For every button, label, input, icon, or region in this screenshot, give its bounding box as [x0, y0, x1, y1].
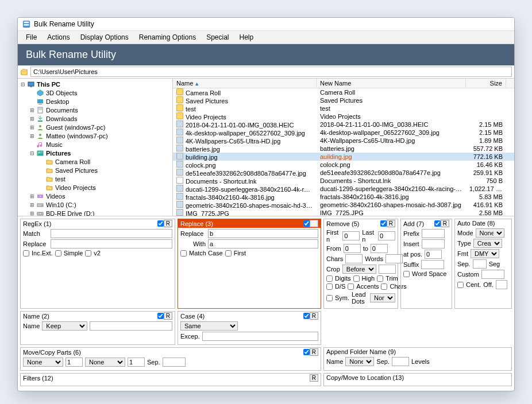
remove-trim-check[interactable] — [377, 275, 383, 282]
replace-with-input[interactable] — [208, 239, 318, 248]
autodate-custom-input[interactable] — [481, 270, 504, 279]
replace-matchcase-check[interactable] — [180, 250, 187, 257]
path-input[interactable] — [30, 67, 512, 77]
tree-item[interactable]: Music — [18, 140, 172, 149]
add-suffix-input[interactable] — [421, 260, 444, 269]
add-enable-check[interactable] — [434, 220, 441, 227]
appendfolder-sep-input[interactable] — [392, 357, 409, 366]
remove-reset-button[interactable]: R — [387, 220, 395, 227]
add-wordspace-check[interactable] — [403, 271, 410, 277]
tree-item[interactable]: ⊞Videos — [18, 192, 172, 200]
appendfolder-name-select[interactable]: None — [345, 357, 374, 366]
movecopy-sep-input[interactable] — [163, 358, 186, 367]
file-list[interactable]: Name▲ New Name Size Camera RollCamera Ro… — [173, 79, 514, 216]
regex-simple-check[interactable] — [55, 250, 61, 257]
regex-enable-check[interactable] — [157, 220, 164, 227]
case-reset-button[interactable]: R — [310, 312, 318, 320]
remove-leaddots-select[interactable]: None — [370, 293, 395, 302]
remove-chars2-check[interactable] — [381, 283, 387, 290]
add-insert-input[interactable] — [422, 239, 445, 248]
file-row[interactable]: fractals-3840x2160-4k-3816.jpgfractals-3… — [173, 193, 514, 201]
remove-sym-check[interactable] — [326, 295, 333, 301]
col-header-name[interactable]: Name▲ — [173, 79, 317, 88]
tree-item[interactable]: ⊞Win10 (C:) — [18, 200, 172, 209]
up-folder-icon[interactable] — [20, 68, 28, 76]
file-row[interactable]: 4k-desktop-wallpaper_065227602_309.jpg4k… — [173, 129, 514, 137]
replace-enable-check[interactable] — [303, 220, 310, 227]
replace-reset-button[interactable]: R — [310, 220, 318, 227]
autodate-sep-input[interactable] — [473, 259, 487, 269]
menu-file[interactable]: File — [21, 32, 41, 42]
tree-item[interactable]: Saved Pictures — [18, 166, 172, 174]
file-row[interactable]: Video ProjectsVideo Projects — [173, 112, 514, 121]
file-row[interactable]: building.jpgauilding.jpg772.16 KB — [173, 153, 514, 161]
case-mode-select[interactable]: Same — [180, 321, 238, 331]
tree-expander-icon[interactable]: ⊞ — [29, 202, 35, 208]
case-excep-input[interactable] — [202, 332, 318, 341]
col-header-size[interactable]: Size — [466, 79, 506, 88]
tree-expander-icon[interactable]: ⊟ — [20, 81, 26, 87]
file-row[interactable]: de51eeafe3932862c908d80a78a6477e.jpgde51… — [173, 169, 514, 177]
add-prefix-input[interactable] — [422, 229, 445, 238]
file-row[interactable]: colock.pngcolock.png16.46 KB — [173, 161, 514, 169]
tree-expander-icon[interactable]: ⊞ — [29, 107, 35, 113]
movecopy-n2[interactable] — [128, 358, 145, 367]
file-row[interactable]: Camera RollCamera Roll — [173, 88, 514, 96]
remove-firstn-input[interactable] — [342, 231, 360, 240]
tree-item[interactable]: 3D Objects — [18, 88, 172, 97]
replace-first-check[interactable] — [225, 250, 232, 257]
autodate-off-input[interactable] — [496, 280, 507, 289]
menu-display-options[interactable]: Display Options — [76, 32, 133, 42]
tree-expander-icon[interactable]: ⊞ — [29, 133, 35, 139]
menu-special[interactable]: Special — [202, 32, 233, 42]
regex-match-input[interactable] — [51, 229, 172, 238]
remove-ds-check[interactable] — [326, 283, 333, 290]
movecopy-reset-button[interactable]: R — [310, 348, 318, 356]
menu-actions[interactable]: Actions — [43, 32, 74, 42]
regex-v2-check[interactable] — [85, 250, 91, 257]
movecopy-n1[interactable] — [65, 358, 83, 367]
tree-item[interactable]: Video Projects — [18, 183, 172, 192]
replace-input[interactable] — [208, 229, 318, 238]
remove-chars-input[interactable] — [345, 254, 363, 263]
case-enable-check[interactable] — [303, 313, 310, 319]
tree-expander-icon[interactable]: ⊞ — [29, 193, 35, 199]
remove-crop-input[interactable] — [379, 265, 396, 274]
remove-digits-check[interactable] — [326, 275, 333, 282]
remove-lastn-input[interactable] — [378, 231, 395, 240]
remove-accents-check[interactable] — [348, 283, 354, 290]
add-atpos-input[interactable] — [425, 250, 442, 259]
name-input[interactable] — [90, 321, 172, 331]
tree-item[interactable]: ⊞Downloads — [18, 114, 172, 123]
menu-help[interactable]: Help — [235, 32, 259, 42]
remove-crop-select[interactable]: Before — [342, 265, 376, 274]
movecopy-enable-check[interactable] — [303, 349, 310, 355]
regex-reset-button[interactable]: R — [164, 220, 172, 227]
add-reset-button[interactable]: R — [441, 220, 449, 227]
file-row[interactable]: ducati-1299-superleggera-3840x2160-4k-ra… — [173, 185, 514, 193]
tree-item[interactable]: ⊞Guest (windows7-pc) — [18, 123, 172, 131]
file-row[interactable]: geometric-3840x2160-shapes-mosaic-hd-308… — [173, 201, 514, 209]
name-reset-button[interactable]: R — [164, 312, 172, 320]
tree-expander-icon[interactable]: ⊞ — [29, 125, 35, 130]
tree-item[interactable]: ⊟This PC — [18, 80, 172, 88]
tree-item[interactable]: ⊞BD-RE Drive (D:) — [18, 209, 172, 216]
tree-item[interactable]: ⊞Documents — [18, 106, 172, 114]
file-row[interactable]: testtest — [173, 104, 514, 112]
file-row[interactable]: batteries.jpgbatteries.jpg557.72 KB — [173, 145, 514, 153]
tree-item[interactable]: test — [18, 174, 172, 183]
remove-from-input[interactable] — [344, 244, 361, 253]
name-enable-check[interactable] — [157, 313, 164, 319]
menu-renaming-options[interactable]: Renaming Options — [134, 32, 201, 42]
file-row[interactable]: Documents - Shortcut.lnkDocuments - Shor… — [173, 177, 514, 185]
autodate-mode-select[interactable]: None — [476, 228, 504, 238]
file-row[interactable]: Saved PicturesSaved Pictures — [173, 96, 514, 104]
tree-item[interactable]: ⊟Pictures — [18, 149, 172, 157]
file-row[interactable]: 2018-04-21-11-01-00-IMG_0038.HEIC2018-04… — [173, 121, 514, 129]
tree-expander-icon[interactable]: ⊞ — [29, 116, 35, 122]
tree-expander-icon[interactable]: ⊟ — [29, 150, 35, 156]
remove-to-input[interactable] — [371, 244, 388, 253]
movecopy-sel1[interactable]: None — [23, 358, 63, 367]
autodate-cent-check[interactable] — [457, 282, 464, 288]
movecopy-sel2[interactable]: None — [85, 358, 125, 367]
